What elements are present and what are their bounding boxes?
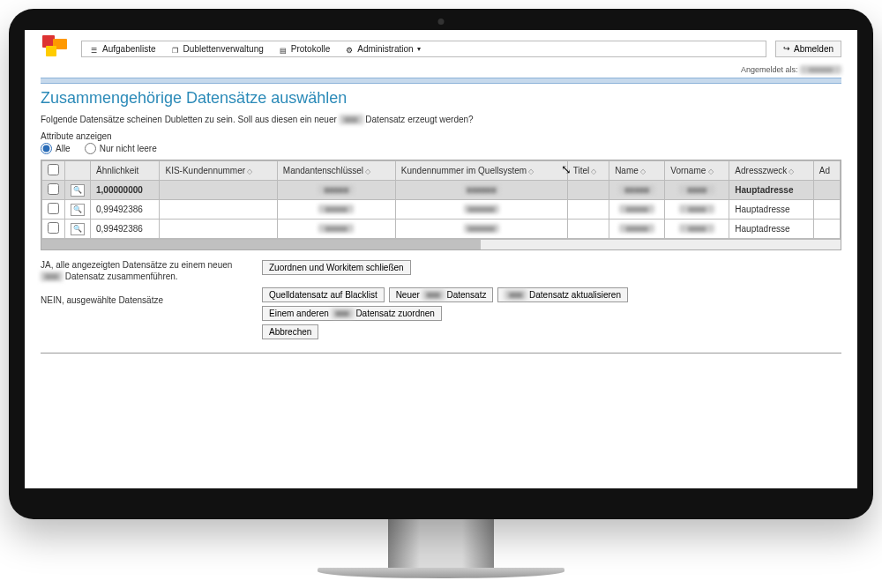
sort-icon bbox=[706, 166, 713, 175]
cell-vorname: xxxx bbox=[665, 200, 729, 220]
col-kunden-quell[interactable]: Kundennummer im Quellsystem bbox=[395, 161, 567, 181]
instruction-text: Folgende Datensätze scheinen Dubletten z… bbox=[41, 115, 841, 124]
radio-all-input[interactable] bbox=[41, 143, 52, 154]
cell-kis bbox=[160, 200, 277, 220]
datensatz-aktualisieren-button[interactable]: xxx Datensatz aktualisieren bbox=[497, 287, 628, 302]
sort-icon bbox=[527, 166, 534, 175]
monitor-bezel: Aufgabenliste Dublettenverwaltung Protok… bbox=[9, 9, 873, 519]
scrollbar-thumb[interactable] bbox=[41, 240, 481, 249]
table-row: 🔍0,99492386xxxxxxxxxxxxxxxxxxxxHauptadre… bbox=[42, 200, 841, 220]
sort-icon bbox=[363, 166, 370, 175]
instr-pre: Folgende Datensätze scheinen Dubletten z… bbox=[41, 115, 340, 124]
col-name[interactable]: Name bbox=[609, 161, 665, 181]
radio-all-label: Alle bbox=[56, 144, 71, 153]
sort-icon bbox=[787, 166, 794, 175]
records-table: Ähnlichkeit KIS-Kundennummer Mandantensc… bbox=[41, 160, 841, 239]
detail-view-button[interactable]: 🔍 bbox=[71, 184, 85, 197]
table-body: 🔍1,00000000xxxxxxxxxxxxxxxxxxxxHauptadre… bbox=[42, 181, 841, 239]
nein-text: NEIN, ausgewählte Datensätze bbox=[41, 294, 243, 306]
nav-label: Administration bbox=[357, 44, 413, 54]
logout-label: Abmelden bbox=[794, 44, 833, 54]
attribute-filter-label: Attribute anzeigen bbox=[41, 131, 841, 141]
neuer-datensatz-button[interactable]: Neuer xxx Datensatz bbox=[389, 287, 494, 302]
radio-nonempty[interactable]: Nur nicht leere bbox=[85, 143, 157, 154]
cell-ad bbox=[813, 200, 840, 220]
anderen-zuordnen-button[interactable]: Einem anderen xxx Datensatz zuordnen bbox=[262, 306, 442, 321]
top-bar: Aufgabenliste Dublettenverwaltung Protok… bbox=[41, 35, 841, 62]
monitor-frame: Aufgabenliste Dublettenverwaltung Protok… bbox=[9, 9, 873, 578]
row-checkbox-cell bbox=[42, 220, 65, 239]
col-kis[interactable]: KIS-Kundennummer bbox=[160, 161, 277, 181]
col-detail-header bbox=[65, 161, 91, 181]
nav-label: Aufgabenliste bbox=[102, 44, 156, 54]
nav-dublettenverwaltung[interactable]: Dublettenverwaltung bbox=[172, 44, 264, 54]
cell-mandant: xxxxx bbox=[277, 220, 395, 239]
cell-titel bbox=[567, 181, 609, 200]
gear-icon bbox=[346, 45, 354, 53]
cell-aehnlichkeit: 0,99492386 bbox=[91, 200, 160, 220]
instr-post: Datensatz erzeugt werden? bbox=[363, 115, 474, 124]
row-detail-cell: 🔍 bbox=[65, 200, 91, 220]
instr-blur: xxx bbox=[340, 115, 363, 124]
nav-administration[interactable]: Administration bbox=[346, 44, 420, 54]
main-nav: Aufgabenliste Dublettenverwaltung Protok… bbox=[81, 41, 766, 57]
select-all-checkbox[interactable] bbox=[48, 164, 59, 175]
col-mandant[interactable]: Mandantenschlüssel bbox=[277, 161, 395, 181]
cell-ad bbox=[813, 220, 840, 239]
cell-vorname: xxxx bbox=[665, 220, 729, 239]
col-aehnlichkeit[interactable]: Ähnlichkeit bbox=[91, 161, 160, 181]
detail-view-button[interactable]: 🔍 bbox=[71, 204, 85, 216]
logout-button[interactable]: Abmelden bbox=[775, 41, 841, 57]
login-prefix: Angemeldet als: bbox=[741, 65, 800, 74]
actions-right: Zuordnen und Workitem schließen Quelldat… bbox=[261, 259, 629, 342]
cell-aehnlichkeit: 1,00000000 bbox=[91, 181, 160, 200]
blacklist-button[interactable]: Quelldatensatz auf Blacklist bbox=[262, 287, 385, 302]
col-vorname[interactable]: Vorname bbox=[665, 161, 729, 181]
row-checkbox[interactable] bbox=[48, 203, 59, 214]
cell-name: xxxxx bbox=[609, 200, 665, 220]
abbrechen-button[interactable]: Abbrechen bbox=[262, 324, 318, 339]
login-status: Angemeldet als: xxxxxx bbox=[41, 65, 841, 74]
zuordnen-close-button[interactable]: Zuordnen und Workitem schließen bbox=[262, 260, 411, 275]
nav-label: Dublettenverwaltung bbox=[183, 44, 264, 54]
row-checkbox[interactable] bbox=[48, 183, 59, 195]
cell-kunden-quell: xxxxxx bbox=[395, 200, 567, 220]
cell-titel bbox=[567, 220, 609, 239]
col-ad[interactable]: Ad bbox=[813, 161, 840, 181]
radio-nonempty-input[interactable] bbox=[85, 143, 96, 154]
table-row: 🔍1,00000000xxxxxxxxxxxxxxxxxxxxHauptadre… bbox=[42, 181, 841, 200]
row-checkbox-cell bbox=[42, 181, 65, 200]
bottom-separator bbox=[41, 353, 841, 354]
cell-adresszweck: Hauptadresse bbox=[729, 200, 814, 220]
actions-area: JA, alle angezeigten Datensätze zu einem… bbox=[41, 259, 841, 342]
ja-text: JA, alle angezeigten Datensätze zu einem… bbox=[41, 259, 243, 282]
cell-mandant: xxxxx bbox=[277, 200, 395, 220]
col-adresszweck[interactable]: Adresszweck bbox=[729, 161, 814, 181]
col-titel[interactable]: Titel bbox=[567, 161, 609, 181]
blue-divider bbox=[41, 78, 841, 84]
table-row: 🔍0,99492386xxxxxxxxxxxxxxxxxxxxHauptadre… bbox=[42, 220, 841, 239]
cell-titel bbox=[567, 200, 609, 220]
cell-kis bbox=[160, 181, 277, 200]
sort-icon bbox=[639, 166, 646, 175]
page-title: Zusammengehörige Datensätze auswählen bbox=[41, 89, 841, 108]
records-table-wrapper: Ähnlichkeit KIS-Kundennummer Mandantensc… bbox=[41, 160, 841, 250]
document-icon bbox=[280, 45, 288, 53]
table-header-row: Ähnlichkeit KIS-Kundennummer Mandantensc… bbox=[42, 161, 841, 181]
cell-kis bbox=[160, 220, 277, 239]
cell-kunden-quell: xxxxxx bbox=[395, 181, 567, 200]
horizontal-scrollbar[interactable] bbox=[41, 239, 841, 249]
row-detail-cell: 🔍 bbox=[65, 181, 91, 200]
row-checkbox[interactable] bbox=[48, 222, 59, 234]
cell-ad bbox=[813, 181, 840, 200]
screen: Aufgabenliste Dublettenverwaltung Protok… bbox=[25, 30, 857, 488]
nav-label: Protokolle bbox=[291, 44, 330, 54]
sort-icon bbox=[589, 166, 596, 175]
nav-aufgabenliste[interactable]: Aufgabenliste bbox=[91, 44, 156, 54]
row-checkbox-cell bbox=[42, 200, 65, 220]
radio-all[interactable]: Alle bbox=[41, 143, 71, 154]
detail-view-button[interactable]: 🔍 bbox=[71, 223, 85, 235]
cell-adresszweck: Hauptadresse bbox=[729, 220, 814, 239]
cell-adresszweck: Hauptadresse bbox=[729, 181, 814, 200]
nav-protokolle[interactable]: Protokolle bbox=[280, 44, 330, 54]
